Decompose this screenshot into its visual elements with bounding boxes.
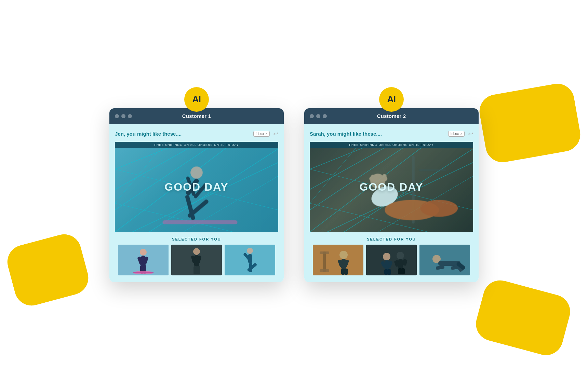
card-customer2: AI Customer 2 Sarah, you might like thes… xyxy=(304,87,479,282)
product-thumb-1-customer1 xyxy=(118,245,169,275)
email-subject-customer1: Jen, you might like these.... xyxy=(115,131,250,137)
svg-point-58 xyxy=(420,200,458,217)
svg-rect-85 xyxy=(366,245,417,275)
browser-dots-customer2 xyxy=(310,114,327,118)
inbox-tag-close-customer2[interactable]: × xyxy=(460,132,462,136)
ai-badge-customer2: AI xyxy=(379,87,404,112)
svg-rect-93 xyxy=(419,245,470,275)
hero-image-customer2: FREE SHIPPING ON ALL ORDERS UNTIL FRIDAY xyxy=(310,142,473,232)
email-subject-customer2: Sarah, you might like these.... xyxy=(310,131,445,137)
email-content-customer2: Sarah, you might like these.... Inbox × … xyxy=(304,124,479,282)
browser-window-customer1: Customer 1 Jen, you might like these....… xyxy=(109,108,284,282)
inbox-tag-customer2[interactable]: Inbox × xyxy=(448,131,465,137)
reply-icon-customer2[interactable]: ↩ xyxy=(468,130,473,138)
email-header-customer2: Sarah, you might like these.... Inbox × … xyxy=(310,130,473,138)
card-customer1: AI Customer 1 Jen, you might like these.… xyxy=(109,87,284,282)
browser-dot-3 xyxy=(128,114,132,118)
browser-title-customer1: Customer 1 xyxy=(182,113,211,119)
product-grid-customer1 xyxy=(115,245,278,275)
inbox-tag-customer1[interactable]: Inbox × xyxy=(253,131,270,137)
product-thumb-2-customer1 xyxy=(171,245,222,275)
svg-rect-16 xyxy=(162,220,237,224)
browser-dot-5 xyxy=(316,114,320,118)
ai-badge-customer1: AI xyxy=(184,87,209,112)
browser-dot-2 xyxy=(121,114,125,118)
svg-point-18 xyxy=(140,249,147,256)
browser-dot-6 xyxy=(323,114,327,118)
main-container: AI Customer 1 Jen, you might like these.… xyxy=(0,0,588,369)
product-thumb-3-customer1 xyxy=(225,245,275,275)
product-grid-customer2 xyxy=(310,245,473,275)
reply-icon-customer1[interactable]: ↩ xyxy=(273,130,278,138)
email-header-customer1: Jen, you might like these.... Inbox × ↩ xyxy=(115,130,278,138)
svg-rect-40 xyxy=(225,245,275,275)
hero-text-customer1: GOOD DAY xyxy=(164,181,228,193)
browser-dot-4 xyxy=(310,114,314,118)
selected-label-customer2: SELECTED FOR YOU xyxy=(310,237,473,241)
product-thumb-3-customer2 xyxy=(419,245,470,275)
browser-window-customer2: Customer 2 Sarah, you might like these..… xyxy=(304,108,479,282)
shipping-bar-customer1: FREE SHIPPING ON ALL ORDERS UNTIL FRIDAY xyxy=(115,142,278,148)
email-content-customer1: Jen, you might like these.... Inbox × ↩ … xyxy=(109,124,284,282)
hero-text-customer2: GOOD DAY xyxy=(359,181,423,193)
browser-title-customer2: Customer 2 xyxy=(377,113,406,119)
browser-dots-customer1 xyxy=(115,114,132,118)
browser-dot-1 xyxy=(115,114,119,118)
product-thumb-1-customer2 xyxy=(313,245,363,275)
product-thumb-2-customer2 xyxy=(366,245,417,275)
inbox-tag-close-customer1[interactable]: × xyxy=(265,132,267,136)
hero-image-customer1: FREE SHIPPING ON ALL ORDERS UNTIL FRIDAY xyxy=(115,142,278,232)
svg-point-10 xyxy=(190,166,203,179)
shipping-bar-customer2: FREE SHIPPING ON ALL ORDERS UNTIL FRIDAY xyxy=(310,142,473,148)
svg-rect-71 xyxy=(313,245,363,275)
svg-rect-52 xyxy=(419,169,446,171)
selected-label-customer1: SELECTED FOR YOU xyxy=(115,237,278,241)
svg-rect-33 xyxy=(171,245,222,275)
